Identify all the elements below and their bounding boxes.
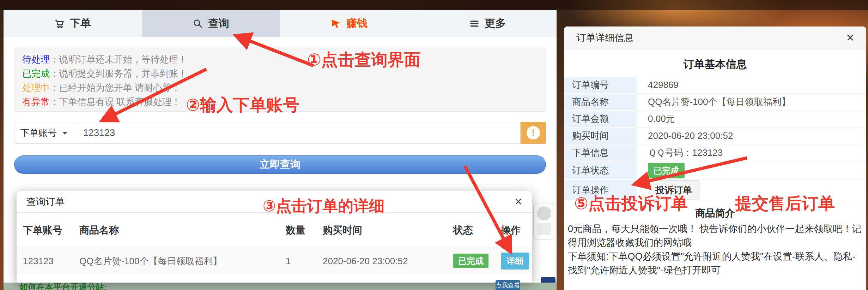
floating-circle-icon bbox=[537, 206, 551, 220]
order-detail-panel: 订单详细信息 × 订单基本信息 订单编号 429869 商品名称 QQ名片赞-1… bbox=[564, 26, 866, 290]
legend-line-completed: 已完成：说明提交到服务器，并非到账！ bbox=[22, 66, 538, 81]
exclamation-icon: ! bbox=[527, 126, 540, 140]
col-qty: 数量 bbox=[286, 224, 305, 237]
query-form-row: 下单账号 ! bbox=[14, 122, 546, 144]
cursor-icon bbox=[331, 18, 341, 29]
legend-line-processing: 处理中：已经开始为您开单 请耐心等！ bbox=[22, 81, 538, 95]
cell-time: 2020-06-20 23:00:52 bbox=[323, 256, 408, 267]
floating-square-icon bbox=[538, 223, 551, 235]
status-badge: 已完成 bbox=[453, 254, 488, 268]
tab-label: 赚钱 bbox=[346, 16, 368, 31]
status-completed-label: 已完成 bbox=[22, 68, 50, 79]
legend-line-pending: 待处理：说明订单还未开始，等待处理！ bbox=[22, 52, 538, 66]
order-basic-info-title: 订单基本信息 bbox=[564, 49, 866, 77]
status-abnormal-label: 有异常 bbox=[22, 96, 50, 107]
orders-table-header: 下单账号 商品名称 数量 购买时间 状态 操作 bbox=[17, 213, 532, 248]
substation-strip: 如何在本平台开通分站: bbox=[4, 283, 557, 290]
annotation-step3: ③点击订单的详细 bbox=[263, 196, 384, 217]
tab-label: 查询 bbox=[208, 16, 229, 31]
product-description-line1: 0元商品，每天只能领一次哦！ 快告诉你们的小伙伴一起来领取吧！记得用浏览器收藏我… bbox=[568, 222, 862, 250]
col-account: 下单账号 bbox=[23, 224, 62, 237]
query-modal-title: 查询订单 bbox=[26, 195, 65, 208]
close-icon[interactable]: × bbox=[846, 31, 854, 44]
status-processing-label: 处理中 bbox=[22, 82, 50, 93]
tab-query[interactable]: 查询 bbox=[142, 10, 280, 37]
col-status: 状态 bbox=[453, 224, 473, 237]
annotation-step1: ①点击查询界面 bbox=[307, 49, 421, 71]
chevron-down-icon bbox=[62, 132, 67, 137]
annotation-step2: ②输入下单账号 bbox=[186, 94, 299, 116]
tab-earn[interactable]: 赚钱 bbox=[280, 10, 418, 37]
cell-product: QQ名片赞-100个【每日领取福利】 bbox=[79, 255, 222, 267]
list-icon bbox=[469, 18, 480, 29]
account-input[interactable] bbox=[73, 122, 521, 144]
cell-account: 123123 bbox=[23, 256, 54, 267]
detail-row-order-info: 下单信息 ＱＱ号码：123123 bbox=[564, 144, 866, 161]
alert-button[interactable]: ! bbox=[521, 122, 546, 144]
account-type-select[interactable]: 下单账号 bbox=[14, 122, 73, 144]
col-action: 操作 bbox=[501, 224, 521, 237]
cart-icon bbox=[54, 18, 65, 29]
tab-more[interactable]: 更多 bbox=[418, 10, 557, 37]
order-detail-button[interactable]: 详细 bbox=[501, 253, 529, 270]
cell-qty: 1 bbox=[286, 256, 291, 267]
status-badge: 已完成 bbox=[648, 163, 685, 178]
detail-row-status: 订单状态 已完成 bbox=[564, 161, 866, 180]
detail-row-amount: 订单金额 0.00元 bbox=[564, 111, 866, 128]
annotation-step5-right: 提交售后订单 bbox=[735, 193, 835, 215]
product-description-line2: 下单须知:下单QQ必须设置"允许附近的人赞我"在设置-联系人、隐私-找到"允许附… bbox=[568, 250, 862, 277]
query-submit-button[interactable]: 立即查询 bbox=[14, 155, 546, 174]
order-table-row: 123123 QQ名片赞-100个【每日领取福利】 1 2020-06-20 2… bbox=[17, 248, 532, 274]
col-product: 商品名称 bbox=[79, 224, 119, 237]
tab-place-order[interactable]: 下单 bbox=[4, 10, 142, 37]
close-icon[interactable]: × bbox=[515, 195, 522, 208]
detail-row-product: 商品名称 QQ名片赞-100个【每日领取福利】 bbox=[564, 94, 866, 111]
detail-row-order-no: 订单编号 429869 bbox=[564, 77, 866, 94]
substation-strip-text: 如何在本平台开通分站: bbox=[19, 282, 107, 290]
screenshot-root: 下单 查询 赚钱 更多 待处 bbox=[0, 0, 868, 290]
detail-panel-header: 订单详细信息 × bbox=[564, 26, 866, 49]
status-pending-label: 待处理 bbox=[22, 54, 50, 65]
detail-panel-title: 订单详细信息 bbox=[576, 31, 633, 44]
view-substation-button[interactable]: 点我查看 bbox=[496, 280, 520, 290]
col-time: 购买时间 bbox=[323, 224, 362, 237]
tab-label: 更多 bbox=[485, 16, 506, 31]
nav-tabs: 下单 查询 赚钱 更多 bbox=[4, 10, 557, 37]
floating-widget-fragment bbox=[533, 203, 555, 240]
detail-row-time: 购买时间 2020-06-20 23:00:52 bbox=[564, 128, 866, 144]
product-description: 0元商品，每天只能领一次哦！ 快告诉你们的小伙伴一起来领取吧！记得用浏览器收藏我… bbox=[564, 220, 866, 277]
tab-label: 下单 bbox=[70, 16, 91, 31]
annotation-step5-left: ⑤点击投诉订单 bbox=[574, 193, 688, 215]
search-icon bbox=[193, 18, 203, 29]
